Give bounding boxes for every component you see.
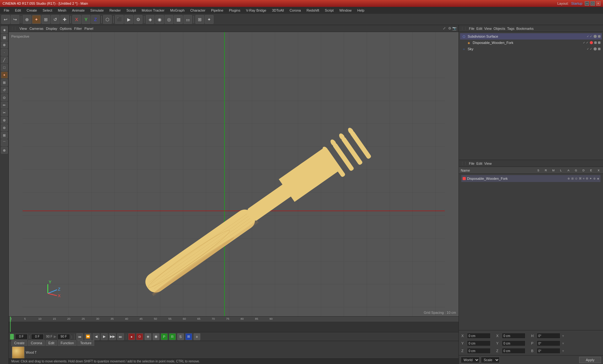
lt-knife[interactable]: ✂ [1, 109, 8, 116]
current-frame-input[interactable] [15, 334, 28, 340]
menu-character[interactable]: Character [188, 8, 208, 13]
attr-icon-9[interactable]: ◈ [597, 177, 599, 180]
attr-menu-file[interactable]: File [469, 162, 475, 165]
coord-b-val[interactable] [537, 348, 560, 354]
attr-icon-7[interactable]: ✦ [589, 177, 592, 180]
lt-texture[interactable]: ▦ [1, 34, 8, 41]
apply-button[interactable]: Apply [579, 357, 601, 363]
close-button[interactable]: ✕ [596, 1, 600, 6]
tb-edit-mode[interactable]: ◉ [155, 15, 164, 24]
btn-key-rot[interactable]: R [169, 333, 176, 340]
attr-menu-edit[interactable]: Edit [476, 162, 482, 165]
tb-uv-mode[interactable]: ◎ [165, 15, 173, 24]
attr-icon-4[interactable]: ⌘ [579, 177, 582, 180]
vp-menu-display[interactable]: Display [46, 27, 57, 30]
btn-key-pos[interactable]: P [161, 333, 168, 340]
vp-menu-cameras[interactable]: Cameras [30, 27, 44, 30]
menu-plugins[interactable]: Plugins [226, 8, 243, 13]
vp-menu-view[interactable]: View [19, 27, 27, 30]
attr-icon-1[interactable]: ⊕ [568, 177, 570, 180]
mat-tab-texture[interactable]: Texture [77, 340, 94, 346]
btn-prev-frame[interactable]: ⏪ [84, 333, 91, 340]
tb-undo[interactable]: ↩ [1, 15, 10, 24]
obj-menu-bookmarks[interactable]: Bookmarks [516, 27, 534, 30]
lt-spline[interactable]: ⌒ [1, 139, 8, 146]
lt-points[interactable]: · [1, 49, 8, 56]
minimize-button[interactable]: ─ [585, 1, 589, 6]
coord-h-val[interactable] [537, 333, 560, 339]
viewport-canvas[interactable]: Z Y X Perspective Grid Spacing : 10 cm [9, 32, 459, 316]
coord-y-arrow[interactable]: ▼ [562, 342, 565, 345]
tb-grid[interactable]: ⊞ [195, 15, 204, 24]
menu-vray[interactable]: V-Ray Bridge [243, 8, 269, 13]
obj-menu-edit[interactable]: Edit [476, 27, 482, 30]
menu-script[interactable]: Script [322, 8, 336, 13]
tb-x-axis[interactable]: X [72, 15, 81, 24]
attr-icon-3[interactable]: ⊙ [575, 177, 578, 180]
lt-edges[interactable]: ╱ [1, 56, 8, 63]
lt-scale[interactable]: ⊞ [1, 79, 8, 86]
world-dropdown[interactable]: World Object [461, 357, 480, 363]
menu-motion-tracker[interactable]: Motion Tracker [139, 8, 167, 13]
lt-uv[interactable]: ⊕ [1, 41, 8, 48]
lt-magnet[interactable]: ⊛ [1, 117, 8, 124]
coord-z-arrow[interactable]: ▼ [562, 349, 565, 353]
tb-redo[interactable]: ↪ [11, 15, 19, 24]
mat-tab-create[interactable]: Create [11, 340, 27, 346]
btn-key-sel[interactable]: ◉ [153, 333, 160, 340]
menu-simulate[interactable]: Simulate [88, 8, 106, 13]
menu-render[interactable]: Render [107, 8, 123, 13]
menu-animate[interactable]: Animate [69, 8, 87, 13]
scale-dropdown[interactable]: Scale Size [481, 357, 500, 363]
coord-z-size[interactable] [502, 348, 525, 354]
tb-object-mode[interactable]: ◈ [146, 15, 155, 24]
obj-menu-tags[interactable]: Tags [507, 27, 514, 30]
obj-menu-objects[interactable]: Objects [493, 27, 505, 30]
coord-p-val[interactable] [537, 340, 560, 346]
tb-scale[interactable]: ⊞ [41, 15, 50, 24]
attr-icon-2[interactable]: ⊞ [571, 177, 574, 180]
btn-go-end[interactable]: ⏭ [117, 333, 124, 340]
obj-item-subdivision[interactable]: ⬡ Subdivision Surface ✓ ✓ [460, 33, 602, 40]
menu-3dtoall[interactable]: 3DToAll [269, 8, 286, 13]
lt-move[interactable]: ✦ [1, 72, 8, 78]
menu-edit[interactable]: Edit [13, 8, 24, 13]
menu-pipeline[interactable]: Pipeline [209, 8, 226, 13]
lt-brush[interactable]: ⊚ [1, 124, 8, 131]
menu-help[interactable]: Help [355, 8, 367, 13]
tb-rotate[interactable]: ↺ [51, 15, 60, 24]
vp-menu-options[interactable]: Options [60, 27, 72, 30]
obj-item-sky[interactable]: ○ Sky ✓ ✓ [460, 46, 602, 52]
material-thumbnail[interactable] [12, 346, 24, 359]
obj-item-fork[interactable]: ◈ Disposable_Wooden_Fork ✓ ✓ [460, 40, 602, 46]
tb-render-settings[interactable]: ⚙ [134, 15, 143, 24]
btn-key-params[interactable]: ⊞ [185, 333, 192, 340]
btn-prev-key[interactable]: ◀ [93, 333, 100, 340]
tb-world[interactable]: ⬡ [103, 15, 112, 24]
menu-sculpt[interactable]: Sculpt [124, 8, 139, 13]
tb-snap[interactable]: ⚏ [183, 15, 192, 24]
start-frame-input[interactable] [31, 334, 44, 340]
btn-next-key[interactable]: ▶▶ [109, 333, 116, 340]
btn-autokey[interactable]: ⊙ [136, 333, 143, 340]
coord-x-pos[interactable] [467, 333, 491, 339]
vp-menu-panel[interactable]: Panel [84, 27, 93, 30]
lt-mesh[interactable]: ⊞ [1, 132, 8, 139]
tb-render-region[interactable]: ⬛ [115, 15, 124, 24]
restore-button[interactable]: □ [590, 1, 595, 6]
obj-menu-file[interactable]: File [469, 27, 475, 30]
obj-menu-view[interactable]: View [484, 27, 492, 30]
lt-model[interactable]: ◈ [1, 26, 8, 33]
mat-tab-edit[interactable]: Edit [46, 340, 57, 346]
vp-expand-icon[interactable]: ⤢ [443, 26, 446, 30]
tb-light[interactable]: ✦ [205, 15, 214, 24]
btn-play[interactable]: ▶ [101, 333, 108, 340]
menu-redshift[interactable]: Redshift [304, 8, 322, 13]
end-frame-input[interactable] [57, 334, 70, 340]
tb-render-view[interactable]: ▶ [124, 15, 133, 24]
btn-timeline[interactable]: ≡ [193, 333, 200, 340]
coord-x-size[interactable] [502, 333, 525, 339]
btn-record[interactable]: ● [128, 333, 135, 340]
menu-mograph[interactable]: MoGraph [168, 8, 187, 13]
lt-rotate[interactable]: ↺ [1, 87, 8, 94]
